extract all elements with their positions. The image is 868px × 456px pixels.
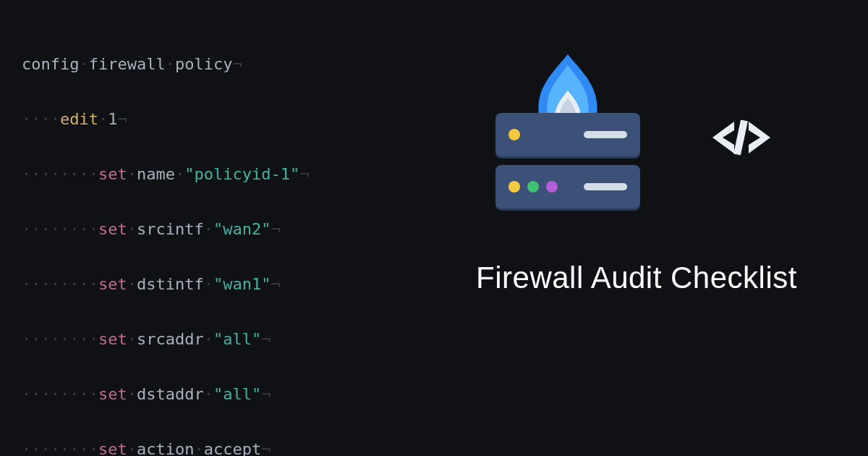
svg-rect-0 xyxy=(733,119,748,155)
code-line: ····edit·1¬ xyxy=(22,106,319,133)
server-body-icon xyxy=(495,113,640,217)
firewall-server-icon xyxy=(495,58,640,217)
led-icon xyxy=(527,181,539,193)
code-line: config·firewall·policy¬ xyxy=(22,51,319,78)
led-icon xyxy=(509,129,520,140)
led-icon xyxy=(546,181,558,193)
page-title: Firewall Audit Checklist xyxy=(448,261,825,295)
server-rack-bottom xyxy=(495,165,640,208)
rack-slot xyxy=(584,183,627,190)
code-line: ········set·srcintf·"wan2"¬ xyxy=(22,216,319,243)
code-line: ········set·srcaddr·"all"¬ xyxy=(22,326,319,353)
code-line: ········set·dstaddr·"all"¬ xyxy=(22,381,319,408)
icon-row xyxy=(448,58,825,217)
hero-panel: Firewall Audit Checklist xyxy=(448,58,825,295)
code-line: ········set·name·"policyid-1"¬ xyxy=(22,161,319,188)
code-line: ········set·dstintf·"wan1"¬ xyxy=(22,271,319,298)
rack-slot xyxy=(584,131,627,138)
config-code-block: config·firewall·policy¬ ····edit·1¬ ····… xyxy=(22,23,319,456)
code-brackets-icon xyxy=(705,116,778,159)
code-line: ········set·action·accept¬ xyxy=(22,436,319,456)
server-rack-top xyxy=(495,113,640,156)
led-icon xyxy=(509,181,520,193)
